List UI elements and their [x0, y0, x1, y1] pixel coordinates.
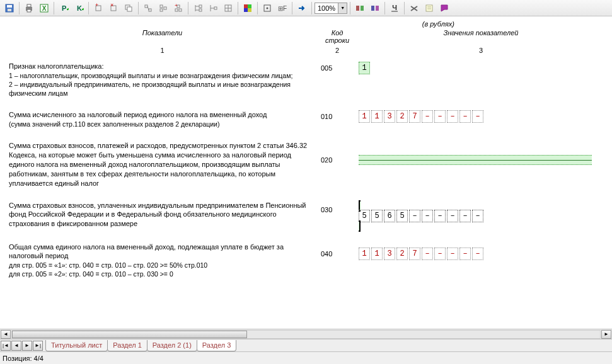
value-cell: –: [459, 210, 471, 222]
struct3-button[interactable]: +: [171, 1, 185, 15]
zoom-combo[interactable]: 100% ▼: [315, 3, 347, 14]
svg-rect-32: [199, 9, 202, 11]
svg-rect-31: [199, 5, 202, 8]
svg-text:X: X: [42, 5, 47, 12]
header-code: Код строки: [318, 28, 356, 45]
sheet-tabs-bar: |◄ ◄ ► ►| Титульный лист Раздел 1 Раздел…: [0, 339, 612, 351]
svg-text:✔: ✔: [81, 6, 84, 12]
row-030-value[interactable]: 5565––––––: [359, 200, 603, 232]
row-020-value[interactable]: [359, 155, 592, 165]
tab-section-1[interactable]: Раздел 1: [107, 340, 147, 351]
value-cell: –: [422, 247, 433, 260]
colors-button[interactable]: [241, 1, 255, 15]
svg-rect-5: [27, 9, 31, 12]
row-005-sub1: 1 – налогоплательщик, производящий выпла…: [9, 71, 316, 80]
row-040-value[interactable]: 11327–––––: [359, 247, 603, 260]
palette2-button[interactable]: [368, 1, 382, 15]
copy-row-button[interactable]: [122, 1, 136, 15]
scroll-left-button[interactable]: ◄: [1, 330, 11, 339]
value-cell: –: [459, 247, 471, 260]
underline-button[interactable]: Ч: [388, 1, 401, 15]
value-cell: –: [472, 247, 483, 260]
row-040-sub2: для стр. 005 = «2»: стр. 040 = стр. 010 …: [9, 270, 316, 278]
k-check-button[interactable]: K✔: [72, 1, 86, 15]
arrow-button[interactable]: [295, 1, 309, 15]
value-cell: –: [434, 247, 446, 260]
svg-rect-18: [145, 5, 147, 8]
value-cell: 5: [371, 210, 383, 222]
scroll-right-button[interactable]: ►: [601, 330, 611, 339]
settings-button[interactable]: [407, 1, 421, 15]
value-cell: –: [459, 110, 471, 123]
svg-rect-26: [179, 9, 182, 11]
tab-section-3[interactable]: Раздел 3: [197, 340, 237, 351]
svg-text:✔: ✔: [66, 6, 69, 12]
svg-rect-17: [127, 7, 132, 11]
svg-rect-47: [361, 6, 364, 11]
svg-rect-1: [7, 5, 12, 8]
tab-last-button[interactable]: ►|: [33, 341, 43, 351]
tab-section-2-1[interactable]: Раздел 2 (1): [147, 340, 197, 351]
print-button[interactable]: [22, 1, 36, 15]
row-010-sub1: (сумма значений стр.110 всех заполненных…: [9, 120, 316, 128]
svg-rect-21: [160, 5, 163, 8]
value-cell: –: [472, 110, 483, 123]
chevron-down-icon[interactable]: ▼: [338, 3, 347, 13]
tree3-button[interactable]: [221, 1, 235, 15]
value-cell: –: [447, 110, 458, 123]
value-cell: 1: [359, 247, 370, 260]
tab-prev-button[interactable]: ◄: [11, 341, 21, 351]
help-button[interactable]: [437, 1, 451, 15]
svg-text:Ч: Ч: [392, 4, 397, 11]
add-row-button[interactable]: +: [91, 1, 105, 15]
remove-row-button[interactable]: ×: [107, 1, 120, 15]
value-cell: 7: [409, 247, 420, 260]
svg-rect-42: [248, 8, 251, 12]
svg-rect-41: [244, 8, 248, 12]
svg-rect-48: [371, 6, 374, 11]
value-cell: 2: [396, 110, 408, 123]
row-005-value[interactable]: 1: [359, 62, 603, 74]
save-button[interactable]: [3, 1, 16, 15]
svg-text:+: +: [95, 3, 98, 8]
excel-export-button[interactable]: X: [37, 1, 51, 15]
svg-rect-2: [8, 9, 11, 11]
grid-snap-button[interactable]: [260, 1, 274, 15]
svg-text:×: ×: [110, 3, 113, 8]
scroll-track[interactable]: [11, 330, 601, 339]
value-cell: 3: [384, 110, 395, 123]
p-check-button[interactable]: P✔: [57, 1, 71, 15]
header-values: Значения показателей: [356, 28, 606, 45]
value-cell: 7: [409, 110, 420, 123]
row-040-sub1: для стр. 005 = «1»: стр. 040 = стр. 010 …: [9, 261, 316, 270]
struct2-button[interactable]: [156, 1, 170, 15]
value-cell: –: [422, 110, 433, 123]
svg-text:⊞F: ⊞F: [278, 5, 287, 12]
value-cell: 1: [359, 110, 370, 123]
horizontal-scrollbar[interactable]: ◄ ►: [0, 329, 612, 339]
tree1-button[interactable]: [191, 1, 205, 15]
svg-rect-22: [160, 9, 163, 11]
value-cell: 6: [384, 210, 395, 222]
grid-align-button[interactable]: ⊞F: [275, 1, 289, 15]
zoom-value: 100%: [315, 4, 338, 12]
tab-title-page[interactable]: Титульный лист: [45, 340, 108, 351]
svg-rect-4: [27, 4, 31, 7]
row-020-code: 020: [318, 135, 356, 194]
row-010-value[interactable]: 11327–––––: [359, 110, 603, 123]
svg-rect-54: [426, 5, 432, 11]
svg-point-44: [267, 7, 268, 9]
tree2-button[interactable]: [206, 1, 220, 15]
scroll-thumb[interactable]: [12, 331, 247, 338]
value-cell: –: [434, 110, 446, 123]
struct1-button[interactable]: [141, 1, 155, 15]
value-cell: 3: [384, 247, 395, 260]
value-cell: 1: [371, 110, 383, 123]
row-005-title: Признак налогоплательщика:: [9, 62, 316, 71]
subheader-2: 2: [318, 45, 356, 55]
tab-first-button[interactable]: |◄: [1, 341, 11, 351]
tab-next-button[interactable]: ►: [22, 341, 32, 351]
palette1-button[interactable]: [353, 1, 367, 15]
value-cell: 2: [396, 247, 408, 260]
notes-button[interactable]: [422, 1, 436, 15]
